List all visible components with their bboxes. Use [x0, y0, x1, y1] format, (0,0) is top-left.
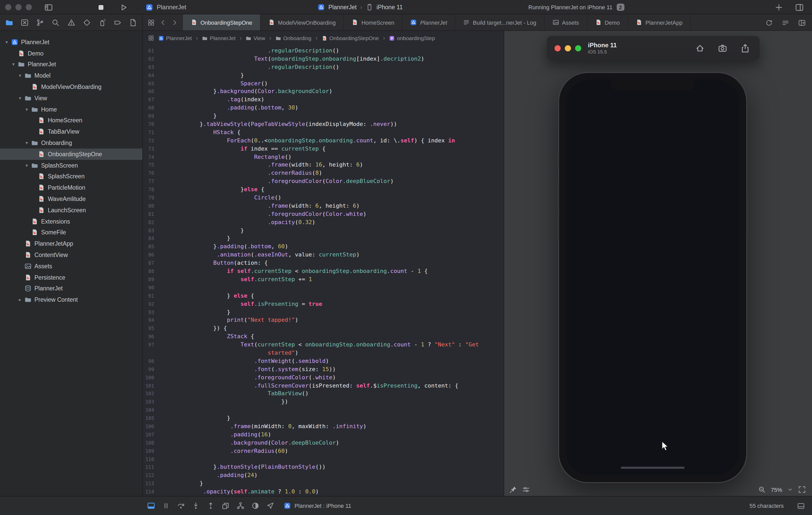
line-number[interactable]: 98	[143, 357, 159, 366]
line-number[interactable]: 70	[143, 120, 159, 128]
code-text[interactable]: .opacity(0.32)	[159, 218, 315, 226]
line-number[interactable]: 105	[143, 414, 159, 423]
view-debugger-icon[interactable]	[222, 502, 230, 510]
file-plannerjet[interactable]: PlannerJet	[0, 283, 142, 294]
code-text[interactable]: .foregroundColor(Color.white)	[159, 210, 367, 219]
issue-navigator-icon[interactable]	[67, 18, 75, 26]
simulator-titlebar[interactable]: iPhone 11 iOS 15.5	[547, 36, 760, 60]
close-button[interactable]	[554, 45, 561, 51]
code-text[interactable]: Text(onboardingStep.onboarding[index].de…	[159, 55, 424, 63]
file-view[interactable]: ▾View	[0, 92, 142, 104]
project-navigator-icon[interactable]	[5, 18, 13, 26]
tab-assets[interactable]: Assets	[545, 15, 587, 30]
code-text[interactable]: started")	[159, 349, 298, 357]
zoom-fit-icon[interactable]	[798, 486, 806, 493]
source-control-navigator-icon[interactable]	[21, 18, 29, 26]
line-number[interactable]: 91	[143, 292, 159, 300]
code-text[interactable]: Text(currentStep < onboardingStep.onboar…	[159, 341, 479, 349]
source-editor[interactable]: 61 .regularDescription()62 Text(onboardi…	[143, 45, 504, 496]
file-model[interactable]: ▾Model	[0, 70, 142, 82]
screenshot-icon[interactable]	[718, 44, 727, 53]
breadcrumb-item[interactable]: PlannerJet	[202, 35, 235, 41]
breadcrumb-item[interactable]: OnboardingStepOne	[322, 35, 379, 41]
line-number[interactable]: 76	[143, 169, 159, 178]
related-items-icon[interactable]	[148, 35, 154, 41]
code-text[interactable]: TabBarView()	[159, 390, 309, 398]
file-plannerjet[interactable]: ▾PlannerJet	[0, 59, 142, 70]
code-review-icon[interactable]	[765, 19, 773, 26]
run-button[interactable]	[119, 3, 128, 12]
line-number[interactable]: 75	[143, 161, 159, 169]
code-text[interactable]: .cornerRadius(60)	[159, 447, 288, 455]
code-text[interactable]: ZStack {	[159, 333, 254, 341]
code-text[interactable]: }	[159, 112, 216, 120]
file-waveamlitude[interactable]: WaveAmlitude	[0, 193, 142, 205]
code-text[interactable]: }	[159, 71, 244, 79]
code-text[interactable]: .tag(index)	[159, 96, 264, 104]
file-splashscreen[interactable]: ▾SplashScreen	[0, 160, 142, 171]
tab-build-target-nerjet-log[interactable]: Build target...nerJet - Log	[455, 15, 545, 30]
pause-icon[interactable]	[162, 502, 170, 510]
line-number[interactable]: 64	[143, 71, 159, 79]
breadcrumb-item[interactable]: View	[246, 35, 265, 41]
line-number[interactable]: 88	[143, 267, 159, 276]
code-text[interactable]: }	[159, 414, 230, 423]
line-number[interactable]: 114	[143, 488, 159, 496]
line-number[interactable]: 86	[143, 251, 159, 259]
code-text[interactable]: }	[159, 235, 230, 243]
tab-onboardingstepone[interactable]: OnboardingStepOne	[183, 15, 261, 30]
close-button[interactable]	[5, 4, 11, 10]
step-into-icon[interactable]	[192, 502, 200, 510]
line-number[interactable]: 97	[143, 341, 159, 349]
breakpoint-navigator-icon[interactable]	[114, 18, 122, 26]
disclosure-down-icon[interactable]: ▾	[17, 95, 24, 101]
issue-count-badge[interactable]: 2	[616, 4, 624, 11]
line-number[interactable]: 99	[143, 365, 159, 373]
simulator-screen[interactable]	[566, 80, 740, 476]
code-text[interactable]: } else {	[159, 292, 254, 300]
line-number[interactable]: 95	[143, 324, 159, 333]
line-number[interactable]	[143, 349, 159, 357]
file-onboardingstepone[interactable]: OnboardingStepOne	[0, 148, 142, 160]
line-number[interactable]: 107	[143, 431, 159, 439]
code-text[interactable]: }	[159, 480, 203, 488]
breadcrumb-item[interactable]: PonboardingStep	[389, 35, 435, 41]
line-number[interactable]: 78	[143, 185, 159, 194]
preview-options-icon[interactable]	[522, 486, 530, 493]
line-number[interactable]: 93	[143, 308, 159, 316]
disclosure-down-icon[interactable]: ▾	[3, 39, 10, 45]
code-text[interactable]: ForEach(0..<onboardingStep.onboarding.co…	[159, 137, 455, 145]
file-preview-content[interactable]: ▸Preview Content	[0, 294, 142, 306]
line-number[interactable]: 61	[143, 47, 159, 55]
simulate-location-icon[interactable]	[266, 502, 274, 510]
disclosure-down-icon[interactable]: ▾	[10, 62, 17, 67]
code-text[interactable]: }.tabViewStyle(PageTabViewStyle(indexDis…	[159, 120, 397, 128]
line-number[interactable]: 89	[143, 276, 159, 284]
minimize-button[interactable]	[16, 4, 22, 10]
file-somefile[interactable]: SomeFile	[0, 227, 142, 238]
line-number[interactable]: 83	[143, 226, 159, 235]
line-number[interactable]: 85	[143, 243, 159, 251]
line-number[interactable]: 68	[143, 104, 159, 112]
share-icon[interactable]	[741, 44, 750, 53]
environment-overrides-icon[interactable]	[251, 502, 260, 510]
code-text[interactable]: .fontWeight(.semibold)	[159, 357, 329, 366]
code-text[interactable]: .padding(16)	[159, 431, 271, 439]
home-icon[interactable]	[695, 44, 704, 53]
code-text[interactable]: }else {	[159, 185, 264, 194]
file-splashscreen[interactable]: SplashScreen	[0, 171, 142, 182]
code-text[interactable]: .opacity(self.animate ? 1.0 : 0.0)	[159, 488, 319, 496]
zoom-level[interactable]: 75%	[771, 486, 782, 493]
line-number[interactable]: 84	[143, 235, 159, 243]
line-number[interactable]: 92	[143, 300, 159, 308]
breadcrumb-item[interactable]: PlannerJet	[158, 35, 192, 41]
line-number[interactable]: 74	[143, 153, 159, 161]
line-number[interactable]: 87	[143, 259, 159, 267]
line-number[interactable]: 100	[143, 373, 159, 382]
code-text[interactable]: .frame(width: 6, height: 6)	[159, 202, 360, 210]
line-number[interactable]: 66	[143, 88, 159, 96]
code-text[interactable]: }.buttonStyle(PlainButtonStyle())	[159, 463, 325, 471]
tab-demo[interactable]: Demo	[587, 15, 628, 30]
line-number[interactable]: 110	[143, 455, 159, 463]
chevron-down-icon[interactable]	[787, 487, 793, 492]
